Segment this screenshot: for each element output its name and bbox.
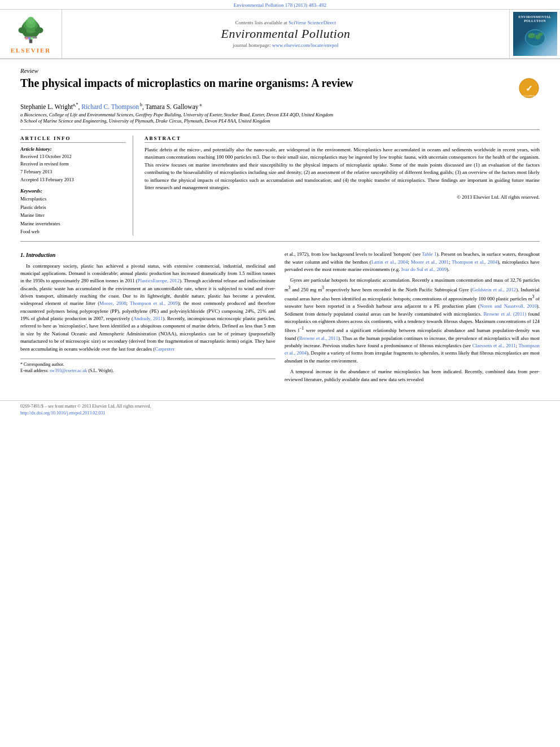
received-date-1: Received 13 October 2012: [20, 154, 72, 159]
abstract-copyright: © 2013 Elsevier Ltd. All rights reserved…: [145, 194, 540, 200]
lattin-link[interactable]: Lattin et al., 2004: [371, 259, 408, 265]
affiliation-b: b School of Marine Science and Engineeri…: [20, 118, 540, 124]
cover-globe-icon: [521, 24, 549, 47]
article-history-label: Article history:: [20, 146, 126, 152]
svg-point-13: [528, 33, 535, 39]
keywords-section: Keywords: Microplastics Plastic debris M…: [20, 188, 126, 235]
keyword-1: Microplastics: [20, 195, 126, 203]
affiliation-a: a Biosciences, College of Life and Envir…: [20, 112, 540, 117]
elsevier-logo-area: ELSEVIER: [0, 10, 62, 58]
article-info-column: ARTICLE INFO Article history: Received 1…: [20, 136, 133, 236]
body-content: 1. Introduction In contemporary society,…: [20, 251, 540, 387]
ivardosul-link[interactable]: Ivar do Sul et al., 2009: [401, 267, 447, 272]
cover-title: ENVIRONMENTAL POLLUTION: [517, 14, 552, 23]
sciverse-link[interactable]: SciVerse ScienceDirect: [288, 20, 336, 25]
intro-paragraph-2: et al., 1972), from low background level…: [285, 251, 540, 273]
svg-text:CrossMark: CrossMark: [523, 94, 535, 97]
browne-2011-link[interactable]: Browne et al. (2011): [483, 311, 526, 317]
moore-2008-link[interactable]: Moore, 2008: [99, 300, 126, 306]
intro-paragraph-3: Gyres are particular hotspots for microp…: [285, 277, 540, 365]
keyword-4: Marine invertebrates: [20, 220, 126, 228]
homepage-link[interactable]: www.elsevier.com/locate/envpol: [272, 42, 338, 48]
svg-point-6: [35, 27, 43, 33]
doi-link[interactable]: http://dx.doi.org/10.1016/j.envpol.2013.…: [20, 410, 105, 416]
keywords-label: Keywords:: [20, 188, 126, 194]
abstract-column: ABSTRACT Plastic debris at the micro-, a…: [145, 136, 540, 236]
corresponding-author-note: * Corresponding author.: [20, 361, 275, 368]
intro-paragraph-1: In contemporary society, plastic has ach…: [20, 263, 275, 353]
goldstein-link[interactable]: Goldstein et al., 2012: [472, 287, 516, 292]
noren-link[interactable]: Noren and Naustvoll, 2010: [480, 303, 537, 309]
elsevier-logo: ELSEVIER: [11, 15, 51, 54]
journal-header-center: Contents lists available at SciVerse Sci…: [62, 10, 509, 58]
authors-line: Stephanie L. Wrighta,*, Richard C. Thomp…: [20, 102, 540, 110]
svg-point-4: [27, 16, 34, 24]
moore-2001-link[interactable]: Moore et al., 2001: [411, 259, 449, 265]
elsevier-label: ELSEVIER: [11, 47, 51, 54]
browne-2011b-link[interactable]: Browne et al., 2011: [299, 335, 338, 341]
thompson-2004-link[interactable]: Thompson et al., 2004: [452, 259, 497, 265]
crossmark-icon: ✓ CrossMark: [518, 77, 540, 99]
author-2[interactable]: Richard C. Thompson: [81, 103, 139, 110]
abstract-title: ABSTRACT: [145, 136, 540, 143]
article-title-row: The physical impacts of microplastics on…: [20, 76, 540, 99]
body-right-column: et al., 1972), from low background level…: [285, 251, 540, 387]
email-footnote: E-mail address: sw393@exeter.ac.uk (S.L.…: [20, 368, 275, 374]
info-abstract-section: ARTICLE INFO Article history: Received 1…: [20, 136, 540, 236]
accepted-date: Accepted 13 February 2013: [20, 177, 74, 182]
journal-homepage: journal homepage: www.elsevier.com/locat…: [233, 42, 339, 48]
svg-point-5: [18, 27, 27, 33]
issn-line: 0269-7491/$ – see front matter © 2013 El…: [20, 403, 151, 410]
elsevier-tree-icon: [15, 15, 46, 46]
keyword-2: Plastic debris: [20, 203, 126, 211]
journal-cover-area: ENVIRONMENTAL POLLUTION: [509, 10, 560, 58]
keyword-5: Food web: [20, 228, 126, 235]
author-3: Tamara S. Galloway: [145, 103, 198, 110]
article-info-title: ARTICLE INFO: [20, 136, 126, 143]
author-email[interactable]: sw393@exeter.ac.uk: [50, 368, 87, 373]
author-1: Stephanie L. Wright: [20, 103, 73, 110]
svg-rect-9: [28, 37, 30, 40]
journal-reference-bar: Environmental Pollution 178 (2013) 483–4…: [0, 0, 560, 10]
keyword-3: Marine litter: [20, 211, 126, 219]
carpenter-link[interactable]: Carpenter: [155, 346, 174, 352]
sciverse-line: Contents lists available at SciVerse Sci…: [235, 20, 336, 25]
svg-text:✓: ✓: [526, 84, 533, 93]
article-title: The physical impacts of microplastics on…: [20, 76, 353, 90]
svg-rect-10: [30, 37, 33, 40]
main-content: Review The physical impacts of microplas…: [0, 59, 560, 395]
andrady-link[interactable]: Andrady, 2011: [133, 316, 163, 321]
email-name: (S.L. Wright).: [88, 368, 113, 373]
email-label: E-mail address:: [20, 368, 49, 373]
journal-header: ELSEVIER Contents lists available at Sci…: [0, 10, 560, 59]
abstract-text: Plastic debris at the micro-, and potent…: [145, 146, 540, 192]
svg-rect-8: [25, 37, 28, 40]
received-revised-label: Received in revised form: [20, 161, 69, 167]
bottom-bar: 0269-7491/$ – see front matter © 2013 El…: [0, 400, 560, 419]
footnote-section: * Corresponding author. E-mail address: …: [20, 359, 275, 374]
body-divider: [20, 241, 540, 242]
article-type-label: Review: [20, 67, 540, 74]
thompson-2009-link[interactable]: Thompson et al., 2009: [130, 300, 178, 306]
table1-link[interactable]: Table 1: [422, 251, 436, 257]
svg-point-15: [538, 33, 542, 36]
intro-paragraph-4: A temporal increase in the abundance of …: [285, 368, 540, 383]
journal-title: Environmental Pollution: [221, 27, 351, 41]
body-left-column: 1. Introduction In contemporary society,…: [20, 251, 275, 387]
plasticseurope-link[interactable]: PlasticsEurope, 2012: [138, 278, 180, 283]
intro-heading: 1. Introduction: [20, 251, 275, 259]
journal-reference-text: Environmental Pollution 178 (2013) 483–4…: [234, 2, 327, 8]
bottom-bar-info: 0269-7491/$ – see front matter © 2013 El…: [20, 403, 151, 417]
revised-date: 7 February 2013: [20, 169, 52, 174]
claessens-link[interactable]: Claessens et al., 2011: [473, 343, 516, 348]
header-divider: [20, 129, 540, 130]
journal-cover-image: ENVIRONMENTAL POLLUTION: [513, 12, 557, 56]
keywords-list: Microplastics Plastic debris Marine litt…: [20, 195, 126, 235]
article-dates: Received 13 October 2012 Received in rev…: [20, 153, 126, 184]
